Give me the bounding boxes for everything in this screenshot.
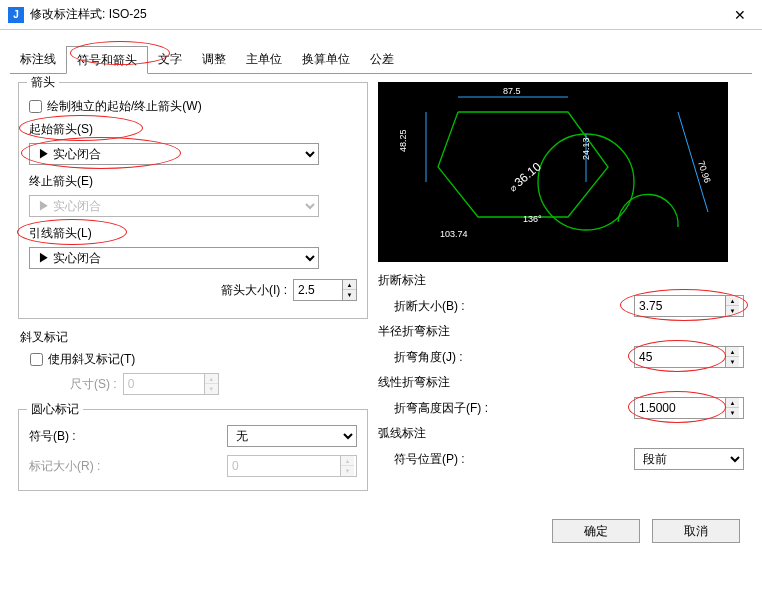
independent-arrowheads-label: 绘制独立的起始/终止箭头(W) [47, 98, 202, 115]
close-icon[interactable]: ✕ [726, 3, 754, 27]
break-dim-input[interactable] [635, 296, 725, 316]
center-mark-group: 圆心标记 符号(B) : 无 标记大小(R) : ▲▼ [18, 409, 368, 491]
break-dim-label: 折断大小(B) : [394, 298, 465, 315]
cross-size-down: ▼ [205, 384, 218, 394]
arrow-size-down[interactable]: ▼ [343, 290, 356, 300]
break-dim-down[interactable]: ▼ [726, 306, 739, 316]
cross-group-title: 斜叉标记 [20, 329, 366, 346]
center-size-input [228, 456, 340, 476]
title-bar: J 修改标注样式: ISO-25 ✕ [0, 0, 762, 30]
linear-jog-up[interactable]: ▲ [726, 398, 739, 408]
svg-text:87.5: 87.5 [503, 86, 521, 96]
independent-arrowheads-checkbox[interactable] [29, 100, 42, 113]
ok-button[interactable]: 确定 [552, 519, 640, 543]
arrow-size-label: 箭头大小(I) : [221, 282, 287, 299]
svg-text:48.25: 48.25 [398, 129, 408, 152]
cross-size-label: 尺寸(S) : [70, 376, 117, 393]
arc-pos-select[interactable]: 段前 [634, 448, 744, 470]
radius-jog-label: 折弯角度(J) : [394, 349, 463, 366]
preview-panel: 87.5 48.25 24.13 ⌀ 36.10 136° 103.74 70.… [378, 82, 728, 262]
tab-fit[interactable]: 调整 [192, 46, 236, 74]
window-title: 修改标注样式: ISO-25 [30, 6, 726, 23]
use-cross-checkbox[interactable] [30, 353, 43, 366]
center-size-label: 标记大小(R) : [29, 458, 100, 475]
tab-bar: 标注线 符号和箭头 文字 调整 主单位 换算单位 公差 [10, 45, 752, 74]
center-symbol-select[interactable]: 无 [227, 425, 357, 447]
center-size-down: ▼ [341, 466, 354, 476]
arrows-group-title: 箭头 [27, 74, 59, 91]
cancel-button[interactable]: 取消 [652, 519, 740, 543]
radius-jog-title: 半径折弯标注 [378, 323, 744, 340]
use-cross-label: 使用斜叉标记(T) [48, 351, 135, 368]
break-dim-up[interactable]: ▲ [726, 296, 739, 306]
cross-mark-group: 斜叉标记 使用斜叉标记(T) 尺寸(S) : ▲▼ [18, 329, 368, 395]
start-arrow-label: 起始箭头(S) [29, 122, 93, 136]
arc-label: 符号位置(P) : [394, 451, 465, 468]
center-mark-title: 圆心标记 [27, 401, 83, 418]
radius-jog-input[interactable] [635, 347, 725, 367]
independent-arrowheads-checkbox-row: 绘制独立的起始/终止箭头(W) [29, 98, 357, 115]
linear-jog-title: 线性折弯标注 [378, 374, 744, 391]
break-dim-title: 折断标注 [378, 272, 744, 289]
arrow-size-up[interactable]: ▲ [343, 280, 356, 290]
radius-jog-down[interactable]: ▼ [726, 357, 739, 367]
center-size-up: ▲ [341, 456, 354, 466]
radius-jog-up[interactable]: ▲ [726, 347, 739, 357]
tab-alt-units[interactable]: 换算单位 [292, 46, 360, 74]
linear-jog-down[interactable]: ▼ [726, 408, 739, 418]
arrow-size-input[interactable] [294, 280, 342, 300]
tab-dimline[interactable]: 标注线 [10, 46, 66, 74]
leader-arrow-select[interactable]: ▶ 实心闭合 [29, 247, 319, 269]
linear-jog-label: 折弯高度因子(F) : [394, 400, 488, 417]
tab-symbols-arrows[interactable]: 符号和箭头 [66, 46, 148, 74]
end-arrow-select: ▶ 实心闭合 [29, 195, 319, 217]
app-icon: J [8, 7, 24, 23]
svg-text:136°: 136° [523, 214, 542, 224]
svg-text:103.74: 103.74 [440, 229, 468, 239]
cross-size-input [124, 374, 204, 394]
arc-title: 弧线标注 [378, 425, 744, 442]
tab-primary-units[interactable]: 主单位 [236, 46, 292, 74]
tab-text[interactable]: 文字 [148, 46, 192, 74]
linear-jog-input[interactable] [635, 398, 725, 418]
start-arrow-select[interactable]: ▶ 实心闭合 [29, 143, 319, 165]
cross-size-up: ▲ [205, 374, 218, 384]
tab-tolerance[interactable]: 公差 [360, 46, 404, 74]
end-arrow-label: 终止箭头(E) [29, 173, 357, 190]
center-symbol-label: 符号(B) : [29, 428, 76, 445]
leader-arrow-label: 引线箭头(L) [29, 226, 92, 240]
arrows-group: 箭头 绘制独立的起始/终止箭头(W) 起始箭头(S) ▶ 实心闭合 终止箭头(E… [18, 82, 368, 319]
svg-text:24.13: 24.13 [581, 137, 591, 160]
